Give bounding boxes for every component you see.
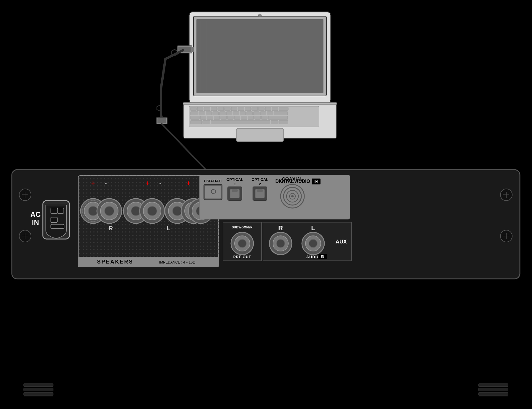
- svg-rect-28: [233, 112, 239, 115]
- svg-rect-156: [479, 384, 508, 387]
- svg-text:⬡: ⬡: [156, 104, 162, 112]
- svg-text:+: +: [91, 179, 95, 187]
- svg-rect-50: [271, 120, 278, 124]
- svg-rect-154: [479, 392, 508, 395]
- in-badge-digital: IN: [315, 180, 318, 183]
- svg-text:1: 1: [234, 182, 236, 186]
- impedance-label: IMPEDANCE : 4～16Ω: [159, 260, 195, 264]
- svg-text:+: +: [187, 179, 191, 187]
- svg-rect-78: [51, 208, 57, 213]
- svg-text:+: +: [146, 179, 150, 187]
- svg-point-138: [238, 239, 246, 248]
- svg-point-142: [276, 239, 285, 248]
- svg-rect-80: [51, 217, 57, 223]
- svg-rect-46: [268, 116, 288, 120]
- svg-point-54: [258, 14, 261, 17]
- svg-rect-21: [279, 107, 288, 111]
- svg-point-101: [131, 206, 141, 216]
- svg-rect-45: [261, 116, 267, 120]
- aux-label: AUX: [336, 239, 347, 245]
- svg-rect-48: [203, 120, 210, 124]
- svg-rect-129: [257, 189, 263, 192]
- svg-rect-11: [211, 107, 217, 111]
- svg-rect-155: [479, 388, 508, 391]
- svg-text:R: R: [109, 225, 113, 231]
- svg-rect-153: [24, 384, 53, 387]
- svg-rect-42: [241, 116, 247, 120]
- svg-rect-10: [204, 107, 210, 111]
- coaxial-label: COAXIAL: [282, 177, 303, 182]
- svg-rect-15: [238, 107, 244, 111]
- ch-r-label: R: [278, 224, 283, 232]
- svg-rect-34: [274, 112, 288, 115]
- svg-rect-26: [219, 112, 225, 115]
- svg-rect-61: [157, 118, 166, 123]
- svg-rect-36: [200, 116, 206, 120]
- svg-rect-32: [260, 112, 266, 115]
- svg-point-104: [147, 206, 157, 216]
- pre-out-label: PRE OUT: [233, 255, 251, 259]
- svg-rect-52: [236, 128, 284, 142]
- ch-l-label: L: [311, 224, 315, 232]
- svg-rect-40: [227, 116, 233, 120]
- svg-rect-17: [252, 107, 258, 111]
- svg-rect-49: [211, 120, 270, 124]
- svg-rect-20: [272, 107, 278, 111]
- svg-rect-151: [24, 392, 53, 395]
- scene: ⬡ ⬡ AC IN: [0, 0, 532, 409]
- svg-rect-3: [196, 19, 323, 93]
- svg-rect-51: [279, 120, 288, 124]
- svg-rect-58: [191, 47, 194, 52]
- svg-rect-13: [224, 107, 230, 111]
- svg-text:⬡: ⬡: [211, 188, 216, 195]
- svg-point-93: [88, 206, 98, 216]
- speakers-label: SPEAKERS: [97, 259, 133, 265]
- svg-text:-: -: [105, 179, 107, 187]
- ac-in-label: AC: [30, 210, 41, 218]
- svg-rect-44: [255, 116, 261, 120]
- svg-text:2: 2: [259, 182, 261, 186]
- svg-text:IN: IN: [321, 255, 324, 258]
- svg-rect-31: [253, 112, 259, 115]
- svg-rect-35: [191, 116, 199, 120]
- svg-rect-81: [51, 224, 64, 228]
- svg-text:L: L: [167, 225, 170, 231]
- optical1-label: OPTICAL: [226, 177, 243, 182]
- svg-rect-14: [231, 107, 237, 111]
- svg-point-98: [105, 206, 114, 216]
- svg-rect-30: [247, 112, 253, 115]
- svg-rect-79: [57, 208, 64, 213]
- connection-diagram-svg: ⬡ ⬡ AC IN: [0, 0, 532, 409]
- svg-rect-12: [218, 107, 224, 111]
- svg-rect-18: [258, 107, 264, 111]
- svg-rect-27: [226, 112, 232, 115]
- svg-rect-8: [191, 107, 196, 111]
- svg-text:IN: IN: [32, 218, 39, 226]
- svg-point-107: [173, 206, 182, 216]
- svg-rect-25: [213, 112, 219, 115]
- svg-rect-43: [248, 116, 254, 120]
- svg-point-145: [309, 239, 317, 248]
- subwoofer-label: SUBWOOFER: [232, 226, 253, 229]
- svg-rect-125: [232, 189, 238, 192]
- svg-rect-23: [199, 112, 205, 115]
- svg-rect-9: [197, 107, 203, 111]
- svg-point-134: [291, 195, 294, 197]
- usb-dac-label: USB-DAC: [204, 179, 222, 183]
- optical2-label: OPTICAL: [251, 177, 268, 182]
- svg-rect-53: [183, 102, 337, 105]
- svg-rect-16: [245, 107, 251, 111]
- audio-in-label: AUDIO: [306, 255, 320, 259]
- svg-rect-33: [267, 112, 273, 115]
- svg-rect-24: [206, 112, 212, 115]
- svg-rect-29: [240, 112, 246, 115]
- svg-rect-39: [221, 116, 227, 120]
- svg-rect-19: [265, 107, 271, 111]
- svg-rect-22: [191, 112, 198, 115]
- svg-rect-41: [234, 116, 240, 120]
- svg-rect-47: [191, 120, 202, 124]
- svg-text:-: -: [159, 179, 161, 187]
- svg-rect-152: [24, 388, 53, 391]
- svg-rect-37: [207, 116, 213, 120]
- svg-rect-38: [214, 116, 220, 120]
